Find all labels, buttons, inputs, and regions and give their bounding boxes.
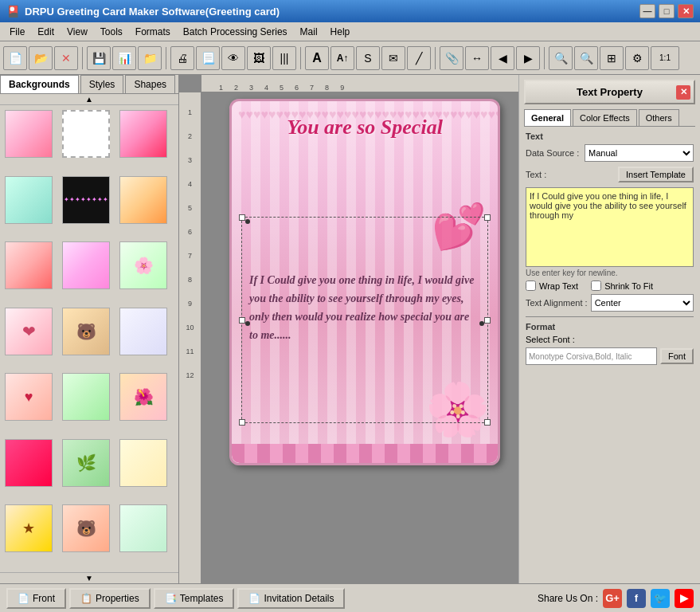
thumb-3[interactable] [119, 110, 167, 158]
thumb-10[interactable]: ❤ [5, 308, 53, 355]
thumb-21[interactable] [119, 504, 167, 552]
share-twitter-button[interactable]: 🐦 [651, 589, 670, 608]
thumb-18[interactable] [119, 439, 167, 487]
toolbar-save2[interactable]: 📊 [112, 46, 136, 70]
font-button[interactable]: Font [660, 348, 694, 364]
thumb-15[interactable]: 🌺 [119, 373, 167, 421]
tab-front-label: Front [33, 593, 55, 604]
toolbar-back[interactable]: ◀ [491, 46, 514, 70]
tab-styles[interactable]: Styles [80, 75, 124, 93]
format-label: Format [526, 322, 694, 332]
thumb-17[interactable]: 🌿 [62, 439, 110, 487]
thumbnails-grid: ✦✦✦✦✦✦✦✦✦✦✦✦✦✦✦✦ 🌸 ❤ 🐻 ♥ 🌺 🌿 ★ 🐻 [0, 105, 178, 572]
handle-bl [239, 419, 245, 426]
thumb-6[interactable] [119, 176, 167, 224]
toolbar-settings[interactable]: ⚙ [625, 46, 649, 70]
tab-front[interactable]: 📄 Front [6, 588, 66, 609]
toolbar-folder[interactable]: 📁 [138, 46, 162, 70]
menu-file[interactable]: File [3, 25, 31, 39]
text-selection-box[interactable] [241, 217, 488, 423]
scroll-down-btn[interactable]: ▼ [0, 572, 178, 583]
font-name-input[interactable] [526, 347, 657, 365]
thumb-13[interactable]: ♥ [5, 373, 53, 421]
thumb-20[interactable]: 🐻 [62, 504, 110, 552]
share-facebook-button[interactable]: f [627, 589, 646, 608]
toolbar-print2[interactable]: 📃 [196, 46, 220, 70]
greeting-card[interactable]: ♥♥♥♥♥♥♥♥♥♥♥♥♥♥♥♥♥♥♥♥♥♥♥♥♥♥♥♥♥♥♥♥♥♥♥♥♥♥♥♥… [229, 99, 500, 465]
thumb-19[interactable]: ★ [5, 504, 53, 552]
toolbar-zoom-out[interactable]: 🔍 [549, 46, 573, 70]
text-content-textarea[interactable]: If I Could give you one thing in life, I… [526, 187, 694, 267]
toolbar-print[interactable]: 🖨 [170, 46, 194, 70]
toolbar-fwd[interactable]: ▶ [516, 46, 540, 70]
tab-invitation-icon: 📄 [248, 593, 260, 604]
thumb-14[interactable] [62, 373, 110, 421]
property-content: Text Data Source : Manual Text : Insert … [519, 127, 700, 583]
data-source-select[interactable]: Manual [585, 144, 694, 162]
panel-tabs: Backgrounds Styles Shapes [0, 75, 178, 94]
thumb-1[interactable] [5, 110, 53, 158]
scroll-up-btn[interactable]: ▲ [0, 94, 178, 105]
thumb-16[interactable] [5, 439, 53, 487]
toolbar-email[interactable]: ✉ [381, 46, 405, 70]
toolbar-barcode[interactable]: ||| [272, 46, 296, 70]
tab-backgrounds[interactable]: Backgrounds [0, 75, 79, 93]
text-property-title: Text Property [577, 86, 643, 98]
title-bar-controls: — □ ✕ [639, 4, 694, 18]
tab-invitation-details[interactable]: 📄 Invitation Details [237, 588, 345, 609]
text-alignment-select[interactable]: Left Center Right Justify [591, 294, 694, 312]
toolbar-img[interactable]: 🖼 [247, 46, 271, 70]
thumb-5[interactable]: ✦✦✦✦✦✦✦✦✦✦✦✦✦✦✦✦ [62, 176, 110, 224]
insert-template-button[interactable]: Insert Template [618, 167, 694, 182]
share-google-button[interactable]: G+ [603, 589, 622, 608]
thumb-4[interactable] [5, 176, 53, 224]
thumb-9[interactable]: 🌸 [119, 241, 167, 289]
prop-tab-others[interactable]: Others [639, 109, 679, 126]
menu-formats[interactable]: Formats [129, 25, 177, 39]
thumb-2[interactable] [62, 110, 110, 158]
menu-batch-processing[interactable]: Batch Processing Series [177, 25, 294, 39]
menu-view[interactable]: View [61, 25, 94, 39]
separator-5 [544, 47, 545, 69]
tab-shapes[interactable]: Shapes [125, 75, 175, 93]
share-youtube-button[interactable]: ▶ [675, 589, 694, 608]
prop-tab-color-effects[interactable]: Color Effects [573, 109, 637, 126]
handle-tl [239, 214, 245, 221]
close-button[interactable]: ✕ [678, 4, 694, 18]
toolbar-preview[interactable]: 👁 [221, 46, 245, 70]
toolbar-text[interactable]: A [305, 46, 329, 70]
toolbar-line[interactable]: ╱ [407, 46, 431, 70]
toolbar-arrows[interactable]: ↔ [465, 46, 489, 70]
thumb-8[interactable] [62, 241, 110, 289]
canvas-area[interactable]: 1 2 3 4 5 6 7 8 9 123456789101112 ♥♥♥♥♥♥… [179, 75, 518, 583]
bullet-3 [479, 321, 484, 326]
toolbar-open[interactable]: 📂 [29, 46, 53, 70]
toolbar-clip[interactable]: 📎 [440, 46, 463, 70]
minimize-button[interactable]: — [639, 4, 655, 18]
menu-edit[interactable]: Edit [31, 25, 61, 39]
maximize-button[interactable]: □ [659, 4, 675, 18]
text-property-header: Text Property ✕ [524, 80, 695, 104]
menu-mail[interactable]: Mail [294, 25, 324, 39]
toolbar-new[interactable]: 📄 [3, 46, 27, 70]
thumb-11[interactable]: 🐻 [62, 308, 110, 355]
thumb-7[interactable] [5, 241, 53, 289]
shrink-to-fit-checkbox[interactable] [591, 280, 601, 291]
share-label: Share Us On : [538, 593, 598, 604]
toolbar-zoom-100[interactable]: 1:1 [651, 46, 679, 70]
tab-templates[interactable]: 📑 Templates [154, 588, 235, 609]
text-property-close-button[interactable]: ✕ [676, 85, 690, 100]
wrap-text-checkbox[interactable] [526, 280, 536, 291]
thumb-12[interactable] [119, 308, 167, 355]
toolbar-grid[interactable]: ⊞ [600, 46, 624, 70]
toolbar-zoom-in[interactable]: 🔍 [574, 46, 598, 70]
handle-mr [484, 317, 491, 324]
toolbar-text2[interactable]: A↑ [330, 46, 354, 70]
menu-tools[interactable]: Tools [94, 25, 129, 39]
toolbar-delete[interactable]: ✕ [54, 46, 78, 70]
tab-properties[interactable]: 📋 Properties [69, 588, 151, 609]
prop-tab-general[interactable]: General [524, 109, 571, 126]
toolbar-save[interactable]: 💾 [87, 46, 111, 70]
menu-help[interactable]: Help [324, 25, 357, 39]
toolbar-symbol[interactable]: S [356, 46, 380, 70]
